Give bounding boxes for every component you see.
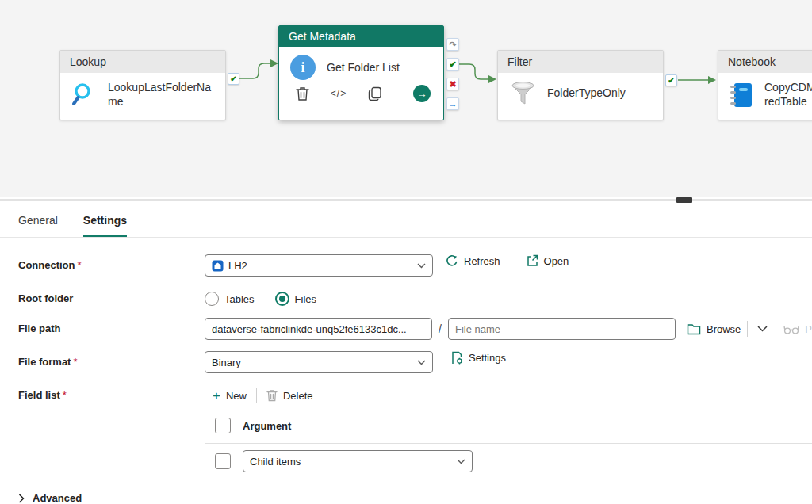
divider [256, 388, 257, 403]
select-all-checkbox[interactable] [215, 418, 231, 433]
root-folder-files-option[interactable]: Files [275, 292, 316, 306]
connection-label: Connection* [18, 254, 205, 271]
get-metadata-info-icon: i [290, 55, 316, 80]
refresh-button[interactable]: Refresh [446, 254, 500, 267]
notebook-icon [730, 82, 753, 108]
tab-settings[interactable]: Settings [83, 214, 127, 237]
activity-name: CopyCDM redTable [764, 81, 812, 109]
glasses-icon [783, 324, 799, 334]
directory-input[interactable] [205, 318, 432, 340]
file-path-label: File path [18, 318, 205, 334]
panel-tabs: General Settings [0, 203, 812, 238]
lookup-success-badge[interactable]: ✔ [228, 73, 239, 85]
row-checkbox[interactable] [215, 453, 231, 469]
new-field-button[interactable]: + New [213, 389, 247, 403]
file-format-dropdown[interactable]: Binary [205, 351, 433, 373]
delete-activity-icon[interactable] [293, 85, 311, 102]
success-port-icon[interactable]: ✔ [446, 58, 459, 71]
chevron-down-icon [417, 360, 426, 365]
argument-value: Child items [250, 456, 452, 468]
properties-panel: General Settings Connection* LH2 [0, 203, 812, 504]
panel-splitter [0, 197, 812, 203]
skip-port-icon[interactable]: ↷ [446, 38, 459, 51]
connection-dropdown[interactable]: LH2 [205, 254, 433, 277]
open-external-icon [526, 254, 538, 267]
activity-name: FolderTypeOnly [547, 86, 652, 101]
chevron-right-icon [18, 494, 25, 503]
format-settings-button[interactable]: Settings [450, 351, 506, 365]
file-path-row: File path / Browse [18, 318, 812, 340]
delete-field-button[interactable]: Delete [266, 389, 313, 402]
activity-node-get-metadata[interactable]: Get Metadata i Get Folder List </> → [278, 25, 444, 120]
file-format-label: File format* [18, 351, 205, 368]
lookup-magnifier-icon [71, 82, 97, 109]
field-list-row: Field list* + New Delete [18, 384, 812, 486]
activity-node-lookup[interactable]: Lookup LookupLastFolderName [59, 50, 226, 120]
trash-icon [266, 389, 278, 402]
file-format-value: Binary [212, 357, 412, 368]
activity-type-label: Notebook [718, 51, 812, 73]
advanced-expander[interactable]: Advanced [18, 492, 812, 504]
filter-success-badge[interactable]: ✔ [665, 74, 677, 86]
activity-type-label: Lookup [60, 51, 225, 73]
chevron-down-icon[interactable] [754, 326, 771, 332]
navigate-activity-button[interactable]: → [413, 85, 431, 102]
divider [205, 443, 812, 444]
refresh-icon [446, 254, 458, 267]
open-button[interactable]: Open [526, 254, 569, 267]
field-list-label: Field list* [18, 384, 205, 401]
root-folder-tables-option[interactable]: Tables [205, 292, 255, 306]
lakehouse-icon [212, 260, 224, 272]
plus-icon: + [213, 389, 220, 403]
browse-button[interactable]: Browse [687, 323, 741, 335]
field-list-item-row: Child items [205, 450, 812, 472]
activity-name: LookupLastFolderName [108, 81, 214, 109]
filter-funnel-icon [509, 81, 536, 106]
radio-unchecked-icon [205, 292, 219, 306]
radio-checked-icon [275, 292, 289, 306]
argument-dropdown[interactable]: Child items [243, 450, 473, 472]
activity-name: Get Folder List [327, 61, 400, 74]
pipeline-canvas[interactable]: Lookup LookupLastFolderName ✔ Get Metada… [0, 0, 812, 197]
activity-node-notebook[interactable]: Notebook CopyCDM redTable [718, 50, 812, 120]
fail-port-icon[interactable]: ✖ [446, 78, 459, 90]
tab-general[interactable]: General [18, 214, 58, 237]
activity-node-filter[interactable]: Filter FolderTypeOnly [497, 50, 664, 120]
file-settings-gear-icon [450, 351, 463, 365]
divider [205, 479, 812, 479]
connection-value: LH2 [228, 260, 412, 272]
connection-row: Connection* LH2 [18, 254, 812, 277]
root-folder-row: Root folder Tables Files [18, 288, 812, 306]
folder-icon [687, 323, 701, 335]
file-name-input[interactable] [448, 318, 676, 340]
activity-type-label: Filter [498, 51, 663, 73]
splitter-drag-handle[interactable] [676, 197, 692, 203]
code-view-icon[interactable]: </> [330, 85, 347, 102]
chevron-down-icon [457, 459, 465, 464]
preview-data-button: P [783, 323, 812, 335]
activity-output-ports: ↷ ✔ ✖ → [446, 38, 459, 117]
path-separator: / [439, 323, 442, 335]
divider [747, 321, 748, 337]
root-folder-label: Root folder [18, 288, 205, 304]
clone-activity-icon[interactable] [366, 85, 384, 102]
activity-type-label: Get Metadata [279, 26, 443, 47]
argument-column-header: Argument [243, 420, 291, 432]
file-format-row: File format* Binary Settings [18, 351, 812, 373]
chevron-down-icon [417, 263, 426, 269]
completion-port-icon[interactable]: → [446, 97, 459, 110]
